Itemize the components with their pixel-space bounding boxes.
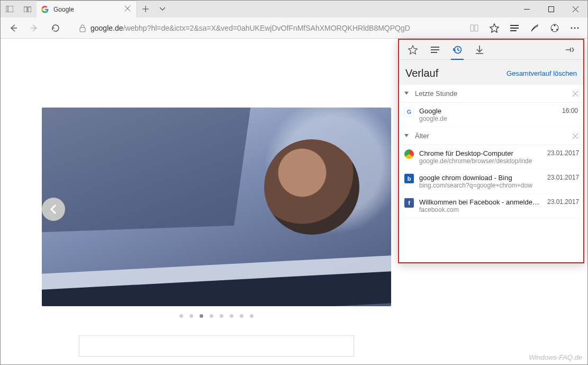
history-item-title: Google bbox=[419, 107, 542, 115]
more-icon[interactable] bbox=[565, 19, 584, 38]
history-item-title: google chrom download - Bing bbox=[419, 174, 542, 182]
favorite-star-icon[interactable] bbox=[485, 19, 504, 38]
section-title: Älter bbox=[415, 132, 573, 140]
carousel-dot[interactable] bbox=[200, 314, 203, 318]
history-item-time: 23.01.2017 bbox=[547, 149, 578, 157]
titlebar: Google bbox=[1, 1, 587, 17]
search-input[interactable] bbox=[79, 335, 354, 357]
window-minimize-button[interactable] bbox=[514, 1, 539, 17]
svg-point-22 bbox=[556, 29, 558, 30]
close-tab-icon[interactable] bbox=[125, 6, 132, 13]
tab-preview-icon[interactable] bbox=[19, 1, 37, 17]
url-path: /webhp?hl=de&ictx=2&sa=X&ved=0ahUKEwjDvO… bbox=[123, 24, 410, 32]
svg-rect-14 bbox=[80, 28, 85, 32]
history-item-text: Willkommen bei Facebook - anmelden, refa… bbox=[419, 198, 542, 213]
history-item[interactable]: GGooglegoogle.de16:00 bbox=[399, 103, 583, 127]
svg-point-23 bbox=[571, 27, 573, 29]
lock-icon bbox=[79, 24, 86, 32]
carousel-dot[interactable] bbox=[230, 314, 233, 318]
history-item-time: 23.01.2017 bbox=[547, 174, 578, 181]
window-close-button[interactable] bbox=[563, 1, 587, 17]
carousel-prev-button[interactable] bbox=[42, 198, 65, 221]
history-item[interactable]: fWillkommen bei Facebook - anmelden, ref… bbox=[399, 194, 583, 218]
history-section-header[interactable]: Letzte Stunde bbox=[399, 85, 583, 103]
collapse-triangle-icon bbox=[404, 92, 410, 96]
history-section-header[interactable]: Älter bbox=[399, 127, 583, 145]
tab-title: Google bbox=[53, 6, 121, 13]
back-button[interactable] bbox=[4, 19, 23, 38]
collapse-triangle-icon bbox=[404, 134, 410, 138]
google-search-area bbox=[42, 335, 391, 357]
window-maximize-button[interactable] bbox=[539, 1, 563, 17]
svg-rect-2 bbox=[24, 7, 27, 12]
share-icon[interactable] bbox=[545, 19, 564, 38]
carousel-dot[interactable] bbox=[250, 314, 254, 318]
tab-chevron-down-icon[interactable] bbox=[154, 1, 171, 17]
url-host: google.de bbox=[91, 24, 123, 32]
hub-tab-downloads[interactable] bbox=[469, 40, 490, 60]
svg-point-24 bbox=[574, 27, 576, 29]
history-item-text: Chrome für Desktop-Computergoogle.de/chr… bbox=[419, 149, 542, 165]
carousel-dot[interactable] bbox=[240, 314, 243, 318]
svg-marker-26 bbox=[409, 46, 418, 54]
carousel-dot[interactable] bbox=[210, 314, 213, 318]
svg-point-21 bbox=[551, 29, 553, 30]
svg-point-20 bbox=[554, 24, 556, 26]
browser-window: Google bbox=[0, 0, 588, 365]
doodle-image[interactable] bbox=[42, 108, 391, 306]
svg-rect-0 bbox=[6, 6, 13, 12]
hub-tab-reading-list[interactable] bbox=[424, 40, 446, 60]
clear-history-link[interactable]: Gesamtverlauf löschen bbox=[506, 69, 577, 77]
titlebar-left bbox=[1, 1, 37, 17]
svg-rect-9 bbox=[548, 6, 554, 12]
svg-marker-15 bbox=[490, 24, 499, 32]
history-item-text: Googlegoogle.de bbox=[419, 107, 542, 122]
web-note-icon[interactable] bbox=[525, 19, 544, 38]
hub-body: Letzte StundeGGooglegoogle.de16:00ÄlterC… bbox=[399, 85, 583, 262]
google-favicon-icon: G bbox=[404, 107, 414, 117]
forward-button[interactable] bbox=[25, 19, 44, 38]
carousel-dot[interactable] bbox=[179, 314, 183, 318]
url-text: google.de/webhp?hl=de&ictx=2&sa=X&ved=0a… bbox=[91, 24, 410, 32]
history-item-url: facebook.com bbox=[419, 206, 542, 213]
section-clear-icon[interactable] bbox=[573, 133, 578, 139]
refresh-button[interactable] bbox=[46, 19, 65, 38]
svg-point-25 bbox=[577, 27, 579, 29]
chrome-favicon-icon bbox=[404, 149, 414, 159]
history-item-time: 16:00 bbox=[547, 107, 578, 114]
history-item-url: bing.com/search?q=google+chrom+dow bbox=[419, 182, 542, 189]
svg-marker-36 bbox=[404, 134, 409, 137]
new-tab-button[interactable] bbox=[137, 1, 154, 17]
section-title: Letzte Stunde bbox=[415, 90, 573, 97]
carousel-dots bbox=[42, 314, 391, 318]
carousel-dot[interactable] bbox=[189, 314, 193, 318]
address-bar[interactable]: google.de/webhp?hl=de&ictx=2&sa=X&ved=0a… bbox=[76, 24, 463, 32]
hub-title: Verlauf bbox=[405, 67, 438, 79]
svg-rect-3 bbox=[28, 7, 31, 12]
reading-view-icon[interactable] bbox=[465, 19, 484, 38]
tabs-aside-icon[interactable] bbox=[1, 1, 19, 17]
page-content: Verlauf Gesamtverlauf löschen Letzte Stu… bbox=[1, 39, 587, 364]
hub-header: Verlauf Gesamtverlauf löschen bbox=[399, 60, 583, 85]
history-item-time: 23.01.2017 bbox=[547, 198, 578, 206]
hub-tab-history[interactable] bbox=[447, 40, 468, 60]
toolbar: google.de/webhp?hl=de&ictx=2&sa=X&ved=0a… bbox=[1, 17, 587, 39]
google-favicon-icon bbox=[41, 5, 49, 14]
hub-tab-favorites[interactable] bbox=[402, 40, 423, 60]
google-doodle-carousel bbox=[42, 108, 391, 306]
history-item[interactable]: bgoogle chrom download - Bingbing.com/se… bbox=[399, 170, 583, 194]
watermark: Windows-FAQ.de bbox=[529, 353, 582, 361]
hub-panel: Verlauf Gesamtverlauf löschen Letzte Stu… bbox=[398, 39, 584, 263]
fb-favicon-icon: f bbox=[404, 198, 414, 208]
history-item-url: google.de bbox=[419, 115, 542, 122]
history-item-title: Chrome für Desktop-Computer bbox=[419, 149, 542, 157]
carousel-dot[interactable] bbox=[220, 314, 223, 318]
browser-tab[interactable]: Google bbox=[37, 1, 137, 17]
svg-marker-33 bbox=[404, 92, 409, 95]
history-item-url: google.de/chrome/browser/desktop/inde bbox=[419, 157, 542, 165]
hub-pin-icon[interactable] bbox=[559, 40, 580, 60]
history-item[interactable]: Chrome für Desktop-Computergoogle.de/chr… bbox=[399, 145, 583, 170]
section-clear-icon[interactable] bbox=[573, 91, 578, 96]
hub-button[interactable] bbox=[505, 19, 524, 38]
history-item-text: google chrom download - Bingbing.com/sea… bbox=[419, 174, 542, 189]
